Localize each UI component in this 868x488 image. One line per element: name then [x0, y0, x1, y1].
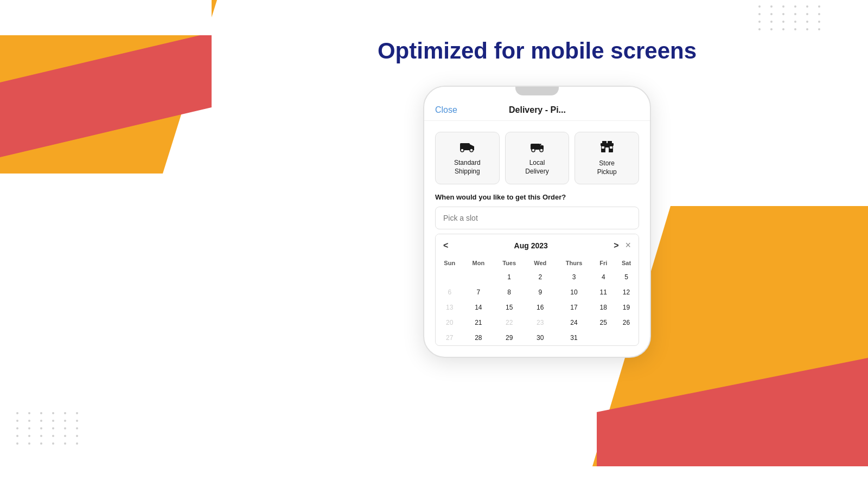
calendar-day: 27	[436, 330, 463, 345]
calendar-next-button[interactable]: >	[614, 241, 618, 251]
calendar-day[interactable]: 31	[556, 330, 593, 345]
calendar-day: 22	[493, 315, 525, 330]
calendar-day: 20	[436, 315, 463, 330]
calendar-day[interactable]: 26	[614, 315, 639, 330]
calendar-header: < Aug 2023 > ×	[436, 234, 639, 256]
main-content: Optimized for mobile screens Close Deliv…	[206, 0, 868, 488]
calendar-day[interactable]: 5	[614, 269, 639, 285]
calendar-days-row: Sun Mon Tues Wed Thurs Fri Sat	[436, 256, 639, 269]
svg-rect-11	[602, 141, 607, 144]
calendar-day[interactable]: 1	[493, 269, 525, 285]
calendar-container: < Aug 2023 > × Sun Mon Tues Wed Thurs Fr…	[435, 234, 639, 346]
calendar-day[interactable]: 29	[493, 330, 525, 345]
calendar-day	[463, 269, 493, 285]
svg-point-7	[540, 149, 543, 152]
delivery-options: StandardShipping LocalDelivery	[424, 121, 650, 184]
standard-shipping-icon	[459, 140, 475, 156]
calendar-day[interactable]: 15	[493, 300, 525, 315]
delivery-option-local[interactable]: LocalDelivery	[505, 132, 570, 184]
calendar-day[interactable]: 17	[556, 300, 593, 315]
calendar-month: Aug 2023	[514, 241, 548, 250]
svg-point-3	[470, 149, 473, 152]
svg-rect-14	[602, 146, 604, 149]
svg-point-6	[532, 149, 535, 152]
phone-header: Close Delivery - Pi...	[424, 97, 650, 121]
svg-point-2	[461, 149, 464, 152]
local-delivery-icon	[529, 140, 545, 156]
calendar-week-row: 12345	[436, 269, 639, 285]
phone-notch	[515, 87, 559, 95]
cal-day-fri: Fri	[593, 256, 614, 269]
calendar-day[interactable]: 10	[556, 285, 593, 300]
calendar-close-button[interactable]: ×	[625, 240, 631, 251]
cal-day-mon: Mon	[463, 256, 493, 269]
when-label: When would you like to get this Order?	[435, 193, 639, 201]
calendar-day[interactable]: 16	[525, 300, 556, 315]
calendar-day: 13	[436, 300, 463, 315]
calendar-day[interactable]: 24	[556, 315, 593, 330]
close-button[interactable]: Close	[435, 105, 457, 115]
calendar-day[interactable]: 3	[556, 269, 593, 285]
svg-rect-8	[540, 144, 541, 145]
calendar-day[interactable]: 11	[593, 285, 614, 300]
cal-day-tue: Tues	[493, 256, 525, 269]
cal-day-sun: Sun	[436, 256, 463, 269]
calendar-day[interactable]: 12	[614, 285, 639, 300]
delivery-option-store[interactable]: StorePickup	[575, 132, 639, 184]
store-pickup-icon	[600, 140, 614, 156]
calendar-day[interactable]: 14	[463, 300, 493, 315]
calendar-day[interactable]: 9	[525, 285, 556, 300]
calendar-week-row: 6789101112	[436, 285, 639, 300]
calendar-day: 6	[436, 285, 463, 300]
calendar-day[interactable]: 25	[593, 315, 614, 330]
calendar-day[interactable]: 30	[525, 330, 556, 345]
cal-day-sat: Sat	[614, 256, 639, 269]
svg-rect-13	[605, 147, 609, 152]
dots-bottom-left	[16, 412, 82, 445]
store-pickup-label: StorePickup	[597, 159, 617, 176]
calendar-day[interactable]: 19	[614, 300, 639, 315]
calendar-day[interactable]: 18	[593, 300, 614, 315]
calendar-day[interactable]: 7	[463, 285, 493, 300]
calendar-day[interactable]: 2	[525, 269, 556, 285]
calendar-prev-button[interactable]: <	[443, 241, 448, 251]
local-delivery-label: LocalDelivery	[525, 159, 548, 176]
svg-rect-15	[610, 146, 612, 149]
calendar-day	[593, 330, 614, 345]
calendar-day	[614, 330, 639, 345]
cal-day-wed: Wed	[525, 256, 556, 269]
calendar-day[interactable]: 28	[463, 330, 493, 345]
calendar-week-row: 13141516171819	[436, 300, 639, 315]
calendar-day[interactable]: 4	[593, 269, 614, 285]
page-title: Optimized for mobile screens	[378, 38, 697, 64]
delivery-option-standard[interactable]: StandardShipping	[435, 132, 500, 184]
calendar-week-row: 2728293031	[436, 330, 639, 345]
calendar-day[interactable]: 21	[463, 315, 493, 330]
standard-shipping-label: StandardShipping	[454, 159, 481, 176]
phone-mockup: Close Delivery - Pi... StandardShipping	[423, 86, 651, 358]
calendar-day: 23	[525, 315, 556, 330]
when-section: When would you like to get this Order?	[424, 184, 650, 229]
calendar-day	[436, 269, 463, 285]
calendar-day[interactable]: 8	[493, 285, 525, 300]
calendar-grid: Sun Mon Tues Wed Thurs Fri Sat 123456789…	[436, 256, 639, 345]
calendar-week-row: 20212223242526	[436, 315, 639, 330]
header-title: Delivery - Pi...	[509, 105, 566, 115]
slot-input[interactable]	[435, 207, 639, 229]
white-notch-overlay	[0, 0, 212, 35]
svg-rect-12	[608, 141, 612, 144]
cal-day-thu: Thurs	[556, 256, 593, 269]
